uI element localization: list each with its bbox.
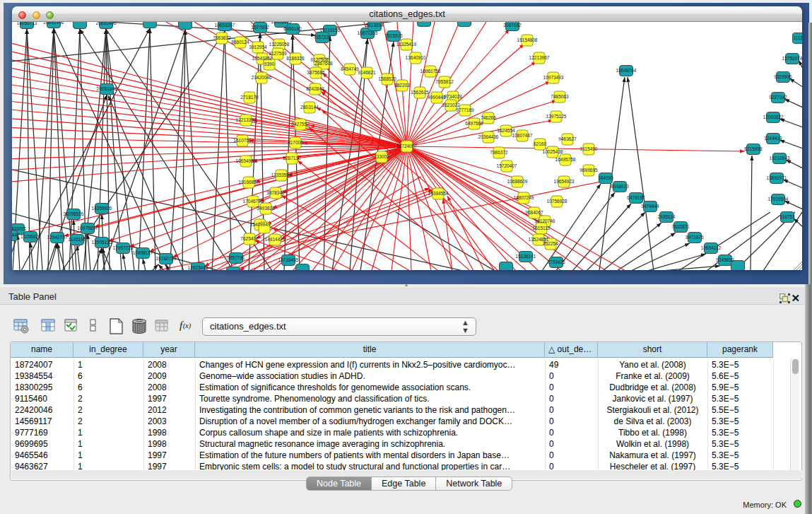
svg-text:8427552: 8427552 bbox=[291, 122, 310, 127]
svg-text:9391447: 9391447 bbox=[12, 233, 20, 238]
svg-text:8938923: 8938923 bbox=[611, 184, 629, 189]
svg-text:29053346: 29053346 bbox=[97, 86, 117, 91]
svg-text:8186328: 8186328 bbox=[286, 56, 305, 61]
svg-text:10807487: 10807487 bbox=[512, 133, 533, 138]
svg-text:14914479: 14914479 bbox=[265, 237, 286, 242]
svg-text:7986372: 7986372 bbox=[490, 150, 508, 155]
svg-text:2718170: 2718170 bbox=[240, 95, 259, 100]
svg-text:7485063: 7485063 bbox=[551, 94, 569, 99]
svg-text:10756928: 10756928 bbox=[547, 199, 567, 204]
svg-text:16671355: 16671355 bbox=[358, 30, 378, 35]
svg-text:164095: 164095 bbox=[598, 175, 613, 180]
svg-text:15716485: 15716485 bbox=[278, 257, 299, 262]
svg-text:1244419: 1244419 bbox=[764, 136, 782, 141]
svg-text:7955812: 7955812 bbox=[435, 79, 454, 84]
svg-text:1733426: 1733426 bbox=[547, 259, 565, 264]
svg-text:746266: 746266 bbox=[481, 115, 496, 120]
svg-text:20206526: 20206526 bbox=[64, 211, 84, 216]
svg-text:8242843: 8242843 bbox=[306, 86, 324, 91]
svg-text:9463627: 9463627 bbox=[558, 136, 577, 141]
svg-text:20891406: 20891406 bbox=[44, 22, 64, 25]
svg-text:9657791: 9657791 bbox=[227, 255, 245, 260]
svg-text:2087682: 2087682 bbox=[503, 23, 522, 28]
svg-text:62160: 62160 bbox=[534, 141, 546, 146]
svg-text:19654923: 19654923 bbox=[554, 179, 575, 184]
svg-text:10210643: 10210643 bbox=[770, 156, 790, 160]
svg-text:9390: 9390 bbox=[264, 62, 275, 66]
svg-text:12942757: 12942757 bbox=[47, 235, 68, 240]
svg-text:1562615: 1562615 bbox=[411, 90, 429, 95]
svg-text:3878342: 3878342 bbox=[266, 190, 285, 195]
svg-text:1527602: 1527602 bbox=[251, 25, 269, 30]
svg-text:417006: 417006 bbox=[288, 140, 303, 145]
svg-text:16495758: 16495758 bbox=[555, 157, 576, 162]
svg-text:1610755: 1610755 bbox=[233, 138, 252, 143]
svg-text:6497568: 6497568 bbox=[465, 121, 483, 126]
svg-text:7663822: 7663822 bbox=[213, 35, 231, 40]
svg-text:10719155: 10719155 bbox=[320, 28, 341, 33]
svg-text:3493822: 3493822 bbox=[257, 206, 275, 211]
svg-text:12093822: 12093822 bbox=[763, 115, 784, 119]
svg-text:12213967: 12213967 bbox=[529, 55, 550, 60]
svg-text:18724007: 18724007 bbox=[396, 144, 417, 148]
svg-text:23420046: 23420046 bbox=[252, 75, 272, 80]
svg-text:1145197: 1145197 bbox=[69, 237, 86, 242]
svg-text:11156829: 11156829 bbox=[20, 234, 40, 239]
svg-text:13226058: 13226058 bbox=[269, 42, 290, 47]
svg-text:17046796: 17046796 bbox=[243, 199, 264, 204]
svg-text:11325419: 11325419 bbox=[396, 42, 417, 47]
svg-text:20891406: 20891406 bbox=[96, 22, 117, 25]
svg-text:10653267: 10653267 bbox=[215, 23, 235, 28]
svg-text:8471676: 8471676 bbox=[686, 235, 704, 240]
svg-text:16782759: 16782759 bbox=[156, 256, 177, 261]
svg-text:12213393: 12213393 bbox=[236, 117, 257, 122]
svg-text:15409949: 15409949 bbox=[250, 222, 271, 227]
svg-text:6466160: 6466160 bbox=[283, 26, 302, 31]
svg-text:3875685: 3875685 bbox=[307, 70, 325, 75]
svg-text:10654112: 10654112 bbox=[701, 245, 722, 250]
svg-text:1624554: 1624554 bbox=[497, 128, 515, 133]
svg-text:12905135: 12905135 bbox=[92, 240, 112, 245]
svg-text:13692971: 13692971 bbox=[767, 175, 787, 180]
svg-text:7515526: 7515526 bbox=[384, 33, 403, 38]
svg-text:15720407: 15720407 bbox=[497, 163, 517, 168]
svg-text:9115460: 9115460 bbox=[580, 146, 598, 151]
svg-text:14359926: 14359926 bbox=[92, 206, 112, 211]
svg-text:19166857: 19166857 bbox=[239, 180, 259, 185]
svg-text:20364436: 20364436 bbox=[478, 134, 499, 139]
svg-text:10654983: 10654983 bbox=[236, 158, 257, 163]
svg-text:10543352: 10543352 bbox=[252, 56, 273, 61]
svg-text:7632621: 7632621 bbox=[671, 224, 690, 229]
svg-text:116753: 116753 bbox=[779, 214, 795, 219]
svg-text:16033809: 16033809 bbox=[271, 22, 292, 24]
svg-text:16154808: 16154808 bbox=[517, 37, 538, 42]
svg-text:11124: 11124 bbox=[793, 35, 802, 40]
svg-text:9146821: 9146821 bbox=[358, 70, 376, 75]
svg-text:7625402: 7625402 bbox=[240, 236, 259, 241]
svg-text:17016504: 17016504 bbox=[768, 197, 789, 201]
svg-text:7357224: 7357224 bbox=[313, 35, 331, 40]
svg-text:15751074: 15751074 bbox=[782, 56, 802, 61]
svg-text:15136141: 15136141 bbox=[516, 254, 536, 259]
svg-text:6479197: 6479197 bbox=[627, 195, 645, 200]
svg-text:16120746: 16120746 bbox=[535, 218, 555, 223]
svg-text:8454749: 8454749 bbox=[341, 66, 359, 71]
svg-text:16648764: 16648764 bbox=[616, 68, 637, 73]
svg-text:2935114: 2935114 bbox=[658, 214, 676, 219]
svg-text:19384554: 19384554 bbox=[428, 191, 449, 196]
svg-text:2803144: 2803144 bbox=[300, 105, 319, 110]
svg-text:9684067: 9684067 bbox=[525, 210, 543, 215]
svg-text:9734028: 9734028 bbox=[444, 94, 462, 99]
svg-text:13975125: 13975125 bbox=[546, 114, 567, 119]
svg-text:9699695: 9699695 bbox=[579, 168, 598, 173]
svg-text:1621022: 1621022 bbox=[442, 103, 460, 107]
svg-text:9245652: 9245652 bbox=[716, 257, 734, 262]
svg-text:882203: 882203 bbox=[394, 83, 410, 88]
svg-text:4990448: 4990448 bbox=[428, 95, 446, 100]
svg-text:133002: 133002 bbox=[374, 154, 389, 159]
svg-text:9474444: 9474444 bbox=[641, 204, 659, 209]
svg-text:(x): (x) bbox=[183, 322, 192, 330]
svg-text:1588520: 1588520 bbox=[378, 76, 396, 81]
svg-text:9127509: 9127509 bbox=[269, 51, 287, 56]
svg-text:13640910: 13640910 bbox=[406, 55, 426, 60]
